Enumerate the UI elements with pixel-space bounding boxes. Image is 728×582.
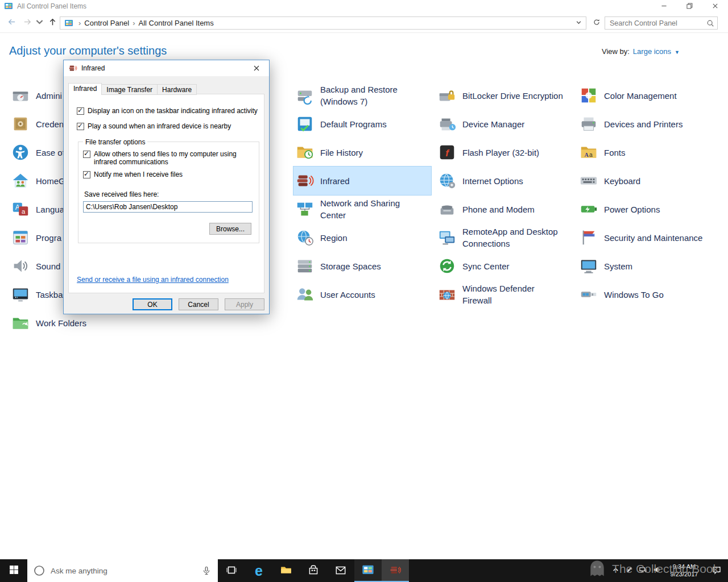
- up-button[interactable]: [46, 16, 59, 30]
- up-arrow-icon: [48, 17, 57, 28]
- cortana-search-box[interactable]: [27, 559, 218, 582]
- internet-options-icon: [437, 171, 457, 190]
- control-panel-item[interactable]: System: [577, 252, 724, 280]
- edge-icon: e: [255, 564, 263, 578]
- mail-button[interactable]: [327, 559, 354, 582]
- ease-of-access-icon: [11, 143, 30, 162]
- control-panel-item[interactable]: Phone and Modem: [436, 195, 578, 223]
- control-panel-item[interactable]: Internet Options: [436, 167, 578, 195]
- show-hidden-icons-button[interactable]: [609, 559, 622, 582]
- control-panel-item[interactable]: Infrared: [293, 167, 431, 195]
- view-by-label: View by:: [602, 47, 630, 56]
- cortana-search-input[interactable]: [51, 567, 195, 575]
- checkmark-icon: ✓: [77, 106, 83, 114]
- play-sound-checkbox[interactable]: ✓: [77, 123, 84, 130]
- network-sharing-center-icon: [295, 199, 315, 219]
- control-panel-item[interactable]: Windows Defender Firewall: [436, 280, 578, 309]
- cancel-button[interactable]: Cancel: [179, 298, 218, 310]
- remoteapp-icon: [437, 228, 457, 247]
- security-maintenance-icon: [579, 228, 598, 247]
- tab-infrared[interactable]: Infrared: [68, 83, 102, 95]
- back-button[interactable]: [5, 16, 18, 30]
- taskbar-clock[interactable]: 9:34 AM 9/23/2017: [663, 563, 705, 578]
- tab-image-transfer[interactable]: Image Transfer: [101, 84, 158, 95]
- control-panel-item[interactable]: Color Management: [577, 81, 724, 110]
- address-bar[interactable]: › Control Panel › All Control Panel Item…: [60, 16, 586, 30]
- control-panel-item[interactable]: Devices and Printers: [577, 110, 724, 138]
- allow-send-checkbox[interactable]: ✓: [83, 151, 90, 158]
- svg-text:A: A: [584, 152, 589, 158]
- control-panel-item[interactable]: Default Programs: [293, 110, 431, 138]
- control-panel-item[interactable]: RemoteApp and Desktop Connections: [436, 223, 578, 252]
- control-panel-item[interactable]: Sync Center: [436, 252, 578, 280]
- color-management-icon: [579, 86, 598, 105]
- control-panel-item-label: HomeG: [36, 175, 65, 187]
- action-center-button[interactable]: [705, 559, 728, 582]
- address-dropdown-button[interactable]: [573, 18, 584, 28]
- dialog-close-button[interactable]: [243, 60, 269, 76]
- breadcrumb-separator: ›: [129, 19, 138, 27]
- tab-hardware[interactable]: Hardware: [157, 84, 197, 95]
- restore-button[interactable]: [677, 0, 702, 13]
- credential-manager-icon: [11, 114, 30, 134]
- view-by-control: View by: Large icons ▼: [602, 47, 680, 56]
- control-panel-item[interactable]: Keyboard: [577, 167, 724, 195]
- control-panel-item-label: Progra: [36, 232, 61, 244]
- control-panel-item[interactable]: Power Options: [577, 195, 724, 223]
- window-title: All Control Panel Items: [17, 2, 86, 10]
- dialog-titlebar[interactable]: Infrared: [64, 60, 269, 76]
- infrared-icon: [389, 564, 402, 578]
- control-panel-item[interactable]: AaFonts: [577, 138, 724, 167]
- control-panel-item[interactable]: Storage Spaces: [293, 252, 431, 280]
- control-panel-item[interactable]: Region: [293, 223, 431, 252]
- control-panel-item[interactable]: fFlash Player (32-bit): [436, 138, 578, 167]
- minimize-button[interactable]: [651, 0, 677, 13]
- chevron-down-icon[interactable]: ▼: [675, 49, 680, 55]
- send-receive-file-link[interactable]: Send or receive a file using an infrared…: [77, 276, 229, 284]
- svg-text:a: a: [22, 208, 26, 215]
- clock-date: 9/23/2017: [663, 571, 705, 578]
- browse-button[interactable]: Browse...: [209, 223, 251, 235]
- control-panel-taskbar-button[interactable]: [354, 559, 382, 582]
- sync-center-icon: [437, 256, 457, 276]
- control-panel-item[interactable]: Windows To Go: [577, 280, 724, 309]
- ok-button[interactable]: OK: [133, 298, 172, 310]
- close-button[interactable]: [702, 0, 728, 13]
- control-panel-item-label: Windows Defender Firewall: [462, 282, 564, 306]
- recent-pages-dropdown[interactable]: [35, 16, 44, 30]
- notification-icon: [712, 566, 721, 576]
- view-by-value[interactable]: Large icons: [633, 47, 671, 56]
- system-icon: [579, 256, 598, 276]
- control-panel-item-label: Langua: [36, 203, 64, 215]
- control-panel-item-label: Devices and Printers: [604, 118, 718, 130]
- control-panel-item[interactable]: Network and Sharing Center: [293, 195, 431, 223]
- control-panel-item[interactable]: Device Manager: [436, 110, 578, 138]
- minimize-icon: [661, 2, 667, 11]
- taskbar-icon-checkbox[interactable]: ✓: [77, 107, 84, 115]
- notify-checkbox[interactable]: ✓: [83, 171, 90, 178]
- search-input[interactable]: [605, 17, 717, 29]
- apply-button[interactable]: Apply: [225, 298, 264, 310]
- start-button[interactable]: [0, 559, 27, 582]
- work-folders-icon: [11, 313, 30, 332]
- control-panel-item[interactable]: BitLocker Drive Encryption: [436, 81, 578, 110]
- network-tray-button[interactable]: [636, 559, 650, 582]
- task-view-button[interactable]: [218, 559, 245, 582]
- volume-tray-button[interactable]: [650, 559, 663, 582]
- taskbar-icon-checkbox-label: Display an icon on the taskbar indicatin…: [88, 107, 258, 115]
- refresh-button[interactable]: [590, 16, 603, 30]
- breadcrumb-current[interactable]: All Control Panel Items: [138, 19, 213, 27]
- control-panel-item[interactable]: User Accounts: [293, 280, 431, 309]
- file-explorer-button[interactable]: [272, 559, 300, 582]
- control-panel-item[interactable]: Backup and Restore (Windows 7): [293, 81, 431, 110]
- infrared-taskbar-button[interactable]: [382, 559, 409, 582]
- save-location-field[interactable]: [83, 201, 253, 213]
- edge-button[interactable]: e: [245, 559, 272, 582]
- microphone-icon[interactable]: [202, 566, 211, 575]
- breadcrumb-control-panel[interactable]: Control Panel: [84, 19, 129, 27]
- pen-tray-button[interactable]: [622, 559, 636, 582]
- control-panel-item[interactable]: Security and Maintenance: [577, 223, 724, 252]
- control-panel-item[interactable]: File History: [293, 138, 431, 167]
- store-button[interactable]: [300, 559, 327, 582]
- forward-button[interactable]: [20, 16, 34, 30]
